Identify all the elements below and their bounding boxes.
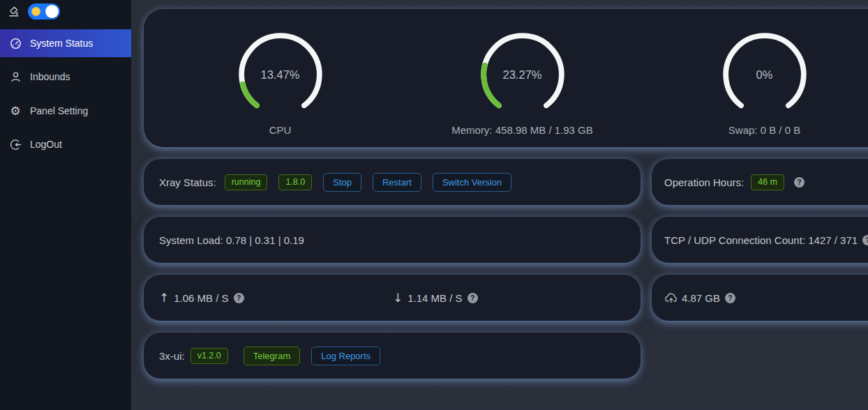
toggle-knob [45,5,59,18]
download-speed-text: 1.14 MB / S [407,292,462,304]
sidebar-item-panel-setting[interactable]: ⚙ Panel Setting [0,97,131,125]
switch-version-button[interactable]: Switch Version [433,173,511,192]
theme-row [8,3,60,20]
card-connection-count: TCP / UDP Connection Count: 1427 / 371 ? [652,217,868,263]
help-icon[interactable]: ? [234,293,244,303]
card-system-load: System Load: 0.78 | 0.31 | 0.19 [144,217,641,263]
card-app-version: 3x-ui: v1.2.0 Telegram Log Reports [144,333,641,379]
download-speed: ↓ 1.14 MB / S ? [393,291,478,305]
xray-status-tag: running [225,174,268,190]
gauge-value: 23.27% [479,31,566,118]
sidebar-item-logout[interactable]: LogOut [0,130,131,158]
card-total-traffic: 4.87 GB ? [652,275,868,321]
upload-speed: ↑ 1.06 MB / S ? [159,291,244,305]
user-icon [9,70,22,83]
sidebar: System Status Inbounds ⚙ Panel Setting L… [0,0,131,410]
gauge-label: CPU [269,124,292,136]
upload-speed-text: 1.06 MB / S [174,292,228,304]
help-icon[interactable]: ? [794,177,805,188]
sidebar-item-label: System Status [30,38,93,49]
down-arrow-icon: ↓ [393,291,403,305]
theme-toggle-switch[interactable] [28,3,60,20]
stop-button[interactable]: Stop [323,173,361,192]
app-version-tag: v1.2.0 [190,348,228,364]
gauge-value: 13.47% [237,31,324,118]
sidebar-item-label: Inbounds [30,71,70,82]
card-operation-hours: Operation Hours: 46 m ? [652,159,868,205]
telegram-button[interactable]: Telegram [244,347,300,365]
sidebar-item-label: LogOut [30,139,62,150]
card-system-gauges: 13.47% CPU 23.27% Memory: 458.98 MB / 1.… [144,9,868,147]
gauge-memory: 23.27% Memory: 458.98 MB / 1.93 GB [401,9,643,147]
gauge-cpu: 13.47% CPU [159,9,401,147]
operation-hours-label: Operation Hours: [664,176,744,188]
cloud-upload-icon [664,292,678,303]
operation-hours-tag: 46 m [751,174,784,190]
log-reports-button[interactable]: Log Reports [311,347,380,365]
bg-colors-icon [8,6,20,18]
help-icon[interactable]: ? [725,293,735,303]
app-name-label: 3x-ui: [159,350,185,362]
logout-icon [9,138,22,151]
sidebar-item-inbounds[interactable]: Inbounds [0,63,131,91]
sidebar-item-system-status[interactable]: System Status [0,29,131,57]
gauge-label: Swap: 0 B / 0 B [728,124,800,136]
gear-icon: ⚙ [9,105,22,117]
gauge-swap: 0% Swap: 0 B / 0 B [643,9,868,147]
sidebar-item-label: Panel Setting [30,105,88,116]
connection-count-text: TCP / UDP Connection Count: 1427 / 371 [664,234,858,246]
dashboard-icon [9,37,22,50]
restart-button[interactable]: Restart [373,173,421,192]
gauge-label: Memory: 458.98 MB / 1.93 GB [451,124,593,136]
up-arrow-icon: ↑ [159,291,169,305]
xray-status-label: Xray Status: [159,176,216,188]
xray-version-tag: 1.8.0 [278,174,312,190]
system-load-text: System Load: 0.78 | 0.31 | 0.19 [159,234,304,246]
help-icon[interactable]: ? [862,235,868,245]
total-traffic-text: 4.87 GB [682,292,720,304]
gauge-value: 0% [721,31,808,118]
help-icon[interactable]: ? [467,293,478,303]
sun-icon [31,7,40,16]
card-xray-status: Xray Status: running 1.8.0 Stop Restart … [144,159,641,205]
card-network-speed: ↑ 1.06 MB / S ? ↓ 1.14 MB / S ? [144,275,641,321]
